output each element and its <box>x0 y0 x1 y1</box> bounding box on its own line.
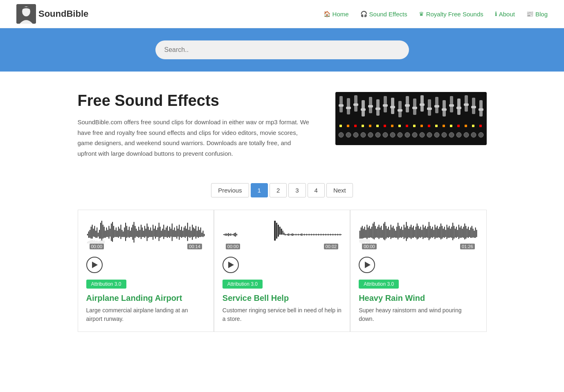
svg-rect-366 <box>360 240 360 243</box>
svg-rect-186 <box>90 240 91 244</box>
svg-rect-49 <box>384 125 386 127</box>
time-start-2: 00:00 <box>226 244 240 249</box>
svg-rect-168 <box>187 223 188 241</box>
svg-rect-335 <box>440 224 441 240</box>
svg-rect-317 <box>419 228 420 237</box>
svg-rect-4 <box>347 98 350 114</box>
page-4-button[interactable]: 4 <box>308 183 325 197</box>
svg-rect-221 <box>288 233 289 236</box>
page-1-button[interactable]: 1 <box>251 183 268 197</box>
svg-rect-202 <box>227 234 228 235</box>
svg-rect-324 <box>427 227 428 238</box>
svg-rect-107 <box>114 230 115 237</box>
svg-rect-250 <box>323 234 324 235</box>
svg-rect-23 <box>339 104 344 107</box>
svg-rect-298 <box>396 227 397 238</box>
prev-page-button[interactable]: Previous <box>211 183 249 197</box>
svg-rect-180 <box>201 233 202 237</box>
svg-rect-124 <box>135 226 135 238</box>
play-button-3[interactable] <box>359 257 375 273</box>
svg-point-67 <box>368 132 373 137</box>
svg-rect-355 <box>464 224 465 240</box>
svg-rect-344 <box>451 227 452 238</box>
svg-point-80 <box>464 132 469 137</box>
svg-rect-251 <box>324 234 325 235</box>
svg-rect-270 <box>363 228 364 238</box>
svg-rect-243 <box>315 234 315 235</box>
intro-description: SoundBible.com offers free sound clips f… <box>78 117 311 159</box>
svg-rect-154 <box>170 228 171 236</box>
svg-rect-170 <box>189 227 190 238</box>
svg-rect-191 <box>97 241 97 244</box>
svg-point-75 <box>427 132 432 137</box>
nav-about[interactable]: ℹ About <box>495 11 515 18</box>
svg-rect-289 <box>386 226 386 239</box>
svg-rect-32 <box>405 104 410 107</box>
svg-rect-249 <box>322 234 323 235</box>
svg-rect-194 <box>100 240 101 244</box>
svg-rect-236 <box>306 234 307 235</box>
svg-rect-189 <box>94 240 95 244</box>
svg-rect-196 <box>102 240 103 244</box>
svg-rect-177 <box>198 227 198 238</box>
svg-rect-96 <box>101 221 102 241</box>
svg-rect-267 <box>360 231 360 238</box>
card-title-1[interactable]: Airplane Landing Airport <box>86 293 205 303</box>
svg-rect-84 <box>87 234 88 235</box>
page-2-button[interactable]: 2 <box>270 183 287 197</box>
svg-rect-172 <box>192 225 193 240</box>
card-desc-1: Large commercial airplane landing at an … <box>86 306 205 323</box>
svg-rect-336 <box>442 226 443 239</box>
svg-rect-293 <box>391 225 391 239</box>
svg-rect-226 <box>294 234 295 235</box>
svg-rect-51 <box>398 125 401 127</box>
svg-rect-155 <box>171 224 172 241</box>
svg-rect-365 <box>476 230 477 237</box>
intro-text: Free Sound Effects SoundBible.com offers… <box>78 92 311 159</box>
next-page-button[interactable]: Next <box>326 183 353 197</box>
search-input[interactable] <box>155 40 409 59</box>
svg-rect-210 <box>236 234 237 235</box>
svg-rect-185 <box>89 241 90 244</box>
svg-rect-303 <box>402 230 403 237</box>
svg-rect-103 <box>110 228 110 236</box>
svg-point-78 <box>449 132 454 137</box>
svg-rect-294 <box>392 228 393 238</box>
nav-sound-effects[interactable]: 🎧 Sound Effects <box>360 11 407 18</box>
svg-rect-140 <box>154 228 155 236</box>
svg-rect-139 <box>153 225 153 240</box>
svg-rect-144 <box>158 223 159 241</box>
svg-rect-310 <box>411 225 411 239</box>
play-button-2[interactable] <box>222 257 239 273</box>
logo[interactable]: SoundBible <box>16 4 88 24</box>
svg-rect-296 <box>394 228 395 237</box>
play-button-1[interactable] <box>86 257 103 273</box>
svg-rect-62 <box>479 125 482 127</box>
svg-rect-273 <box>367 225 368 239</box>
svg-rect-125 <box>136 228 137 236</box>
page-3-button[interactable]: 3 <box>288 183 306 197</box>
main-nav: 🏠 Home 🎧 Sound Effects ♛ Royalty Free So… <box>324 11 548 18</box>
svg-rect-109 <box>117 231 117 237</box>
svg-rect-328 <box>432 227 433 238</box>
svg-rect-197 <box>103 241 104 244</box>
card-title-2[interactable]: Service Bell Help <box>222 293 342 303</box>
svg-rect-149 <box>164 230 165 237</box>
svg-rect-61 <box>472 125 474 127</box>
svg-rect-301 <box>400 228 401 237</box>
waveform-3: 00:00 01:26 <box>359 218 478 251</box>
svg-rect-87 <box>90 227 91 239</box>
svg-rect-151 <box>167 226 168 238</box>
nav-home[interactable]: 🏠 Home <box>324 11 349 18</box>
svg-rect-227 <box>296 234 297 235</box>
svg-rect-142 <box>156 230 157 237</box>
svg-rect-203 <box>228 233 229 236</box>
svg-rect-364 <box>475 228 476 238</box>
card-title-3[interactable]: Heavy Rain Wind <box>359 293 478 303</box>
nav-royalty-free[interactable]: ♛ Royalty Free Sounds <box>419 11 483 18</box>
nav-blog[interactable]: 📰 Blog <box>526 11 548 18</box>
time-start-1: 00:00 <box>90 244 104 249</box>
svg-rect-218 <box>285 234 285 235</box>
svg-rect-340 <box>447 225 447 239</box>
svg-rect-182 <box>204 234 204 236</box>
